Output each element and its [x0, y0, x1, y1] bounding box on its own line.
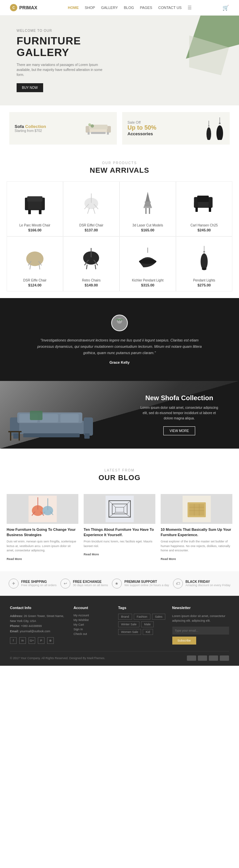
section-label: OUR PRODUCTS — [7, 161, 232, 165]
footer-tag[interactable]: Male — [141, 621, 154, 627]
blog-title: 10 Moments That Basically Sum Up Your Fu… — [161, 527, 232, 537]
nav-gallery[interactable]: GALLERY — [101, 6, 118, 10]
svg-rect-84 — [106, 496, 134, 522]
newsletter-input[interactable] — [172, 627, 229, 634]
new-arrivals-section: OUR PRODUCTS NEW ARRIVALS Le Parc Minott… — [0, 151, 239, 298]
footer-contact-address: Address: 26 Green Tower, Street Name, Ne… — [10, 614, 67, 634]
social-icon-3[interactable]: P — [38, 637, 45, 644]
feature-text: FREE SHIPPING Free shipping on all order… — [21, 580, 57, 587]
svg-line-42 — [30, 265, 30, 270]
svg-point-39 — [26, 252, 44, 266]
blog-readmore-link[interactable]: Read More — [84, 553, 99, 556]
svg-rect-63 — [84, 417, 93, 436]
social-icon-2[interactable]: G+ — [29, 637, 35, 644]
product-card[interactable]: DSR Eiffel Chair $137.00 — [63, 181, 120, 237]
feature-sub: Amazing discount on every Friday — [186, 584, 231, 587]
social-icon-0[interactable]: f — [10, 637, 17, 644]
svg-rect-19 — [28, 210, 31, 214]
social-icon-4[interactable]: ⊕ — [47, 637, 54, 644]
product-image — [180, 187, 229, 220]
feature-item-1: ↩ FREE EXCHANGE 30 days return on all it… — [60, 579, 108, 589]
logo[interactable]: C PRIMAX — [10, 4, 37, 11]
newsletter-subscribe-button[interactable]: Subscribe — [172, 637, 196, 645]
feature-item-3: 🏷 BLACK FRIDAY Amazing discount on every… — [173, 579, 231, 589]
promo-accessories-image — [205, 117, 224, 140]
footer-tag[interactable]: Sales — [152, 614, 166, 620]
menu-icon[interactable]: ☰ — [188, 5, 192, 10]
svg-line-49 — [95, 265, 96, 269]
nav-shop[interactable]: SHOP — [85, 6, 95, 10]
svg-line-48 — [87, 265, 87, 269]
social-icon-1[interactable]: in — [19, 637, 26, 644]
svg-point-13 — [216, 125, 223, 140]
svg-rect-74 — [19, 432, 20, 441]
product-card[interactable]: DSR Eiffe Chair $124.00 — [7, 237, 63, 291]
promo-card-sofa[interactable]: Sofa Collection Starting from $702 — [9, 112, 117, 145]
product-name: Carl Hansen Ch25 — [180, 223, 229, 227]
product-card[interactable]: Kichler Pendant Light $315.00 — [120, 237, 176, 291]
nav-blog[interactable]: BLOG — [124, 6, 134, 10]
svg-rect-72 — [8, 431, 22, 432]
product-name: DSR Eiffel Chair — [67, 223, 116, 227]
product-card[interactable]: Retro Chairs $149.00 — [63, 237, 120, 291]
hero-cta-button[interactable]: BUY NOW — [17, 83, 43, 92]
blog-image — [7, 494, 78, 524]
svg-rect-36 — [197, 196, 209, 202]
footer-tag[interactable]: Women Sale — [118, 629, 141, 635]
blog-image — [84, 494, 155, 524]
hero-decoration — [153, 16, 239, 92]
blog-readmore-link[interactable]: Read More — [7, 557, 22, 561]
newsletter-desc: Lorem ipsum dolor sit amet, consectetur … — [172, 614, 229, 623]
footer-tag[interactable]: Brand — [118, 614, 132, 620]
promo-sale: Sale Off — [128, 120, 156, 124]
svg-rect-32 — [145, 202, 151, 203]
svg-point-10 — [207, 127, 211, 140]
cart-icon[interactable]: 🛒 — [222, 5, 229, 11]
svg-rect-35 — [209, 197, 212, 208]
hero-content: WELCOME TO OUR FURNITUREGALLERY There ar… — [17, 29, 109, 92]
testimonial-name: Grace Kelly — [20, 361, 219, 364]
product-card[interactable]: Le Parc Minotti Chair $166.00 — [7, 181, 63, 237]
svg-rect-5 — [107, 132, 109, 134]
feature-icon: 🏷 — [173, 579, 183, 589]
svg-rect-94 — [189, 504, 204, 516]
footer-tag[interactable]: Fashion — [134, 614, 150, 620]
product-price: $149.00 — [67, 283, 116, 287]
footer-newsletter: Newsletter Lorem ipsum dolor sit amet, c… — [172, 606, 229, 645]
footer-tag[interactable]: Winter Sale — [118, 621, 140, 627]
sofa-banner-cta[interactable]: VIEW MORE — [163, 426, 195, 435]
hero-section: WELCOME TO OUR FURNITUREGALLERY There ar… — [0, 16, 239, 105]
brand-name: PRIMAX — [19, 5, 37, 10]
product-card[interactable]: 3d Laser Cut Models $165.00 — [120, 181, 176, 237]
footer-account-link[interactable]: My Account — [73, 614, 111, 617]
promo-sofa-sub: Starting from $702 — [15, 129, 46, 133]
promo-sofa-image — [85, 119, 111, 138]
footer-account-link[interactable]: Sign In — [73, 628, 111, 631]
blog-card: Ten Things About Furniture You Have To E… — [84, 494, 155, 561]
sofa-banner-content: New Shofa Collection Lorem ipsum dolor s… — [139, 394, 219, 435]
footer-account-link[interactable]: Check out — [73, 632, 111, 636]
footer-tags-list: BrandFashionSalesWinter SaleMaleWomen Sa… — [118, 614, 166, 635]
svg-rect-18 — [27, 196, 43, 202]
product-card[interactable]: Carl Hansen Ch25 $245.00 — [176, 181, 232, 237]
logo-icon: C — [10, 4, 17, 11]
footer-tag[interactable]: Kid — [143, 629, 153, 635]
nav-home[interactable]: HOME — [68, 6, 79, 10]
nav-pages[interactable]: PAGES — [140, 6, 152, 10]
promo-card-accessories[interactable]: Sale Off Up to 50% Accessories — [122, 112, 230, 145]
footer-grid: Contact Info Address: 26 Green Tower, St… — [10, 606, 229, 645]
feature-sub: 30 days return on all items — [73, 584, 108, 587]
blog-readmore-link[interactable]: Read More — [161, 557, 176, 561]
hero-description: There are many variations of passages of… — [17, 62, 109, 77]
main-nav: HOME SHOP GALLERY BLOG PAGES CONTACT US … — [68, 5, 192, 10]
promo-section: Sofa Collection Starting from $702 Sale … — [0, 105, 239, 151]
product-card[interactable]: Pendant Lights $275.00 — [176, 237, 232, 291]
nav-contact[interactable]: CONTACT US — [158, 6, 182, 10]
copyright: © 2017 Your Company. All Rights Reserved… — [10, 656, 105, 660]
footer-account-link[interactable]: My Wishlist — [73, 618, 111, 622]
footer-account-link[interactable]: My Cart — [73, 623, 111, 626]
blog-label: LATEST FROM — [13, 468, 226, 472]
product-price: $275.00 — [180, 283, 229, 287]
feature-icon: ↩ — [60, 579, 70, 589]
product-image — [67, 242, 116, 275]
